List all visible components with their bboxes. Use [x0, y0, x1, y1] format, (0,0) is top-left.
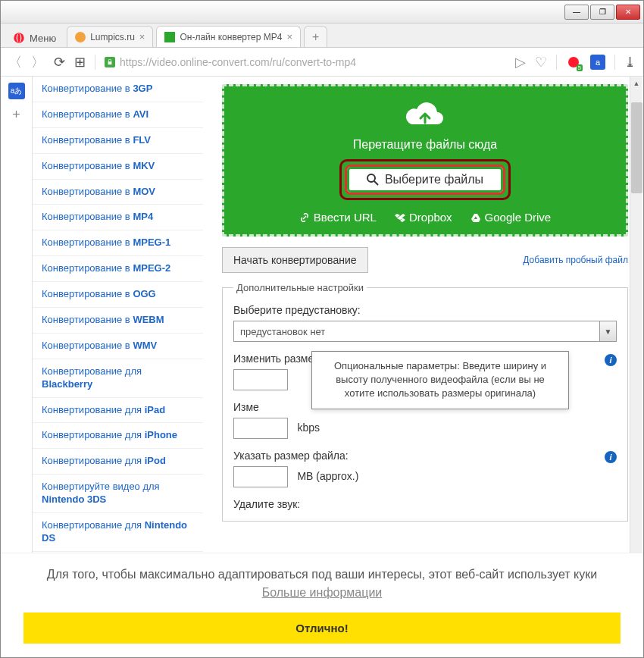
- svg-rect-3: [108, 61, 112, 64]
- filesize-label: Указать размер файла:: [233, 450, 617, 462]
- filesize-unit: MB (approx.): [297, 470, 358, 482]
- close-window-button[interactable]: ✕: [616, 5, 640, 20]
- reload-button[interactable]: ⟳: [54, 54, 65, 70]
- cookie-accept-button[interactable]: Отлично!: [23, 613, 621, 644]
- forward-button: 〉: [31, 53, 45, 71]
- sidebar-item[interactable]: Конвертирование в 3GP: [33, 77, 203, 102]
- sidebar-item[interactable]: Конвертирование для Nintendo DS: [33, 513, 203, 552]
- share-icon[interactable]: ▷: [515, 54, 526, 70]
- select-files-button[interactable]: Выберите файлы: [345, 164, 505, 195]
- speed-dial-button[interactable]: ⊞: [74, 54, 86, 70]
- sidebar-item[interactable]: Конвертируйте видео для Nintendo 3DS: [33, 475, 203, 513]
- sidebar-translate-icon[interactable]: aあ: [8, 83, 25, 99]
- scroll-thumb[interactable]: [631, 102, 642, 193]
- tab-bar: Меню Lumpics.ru × Он-лайн конвертер MP4 …: [1, 24, 643, 48]
- tab-converter[interactable]: Он-лайн конвертер MP4 ×: [156, 26, 301, 47]
- gdrive-link[interactable]: Google Drive: [470, 211, 552, 224]
- enter-url-link[interactable]: Ввести URL: [299, 211, 377, 224]
- sidebar-item[interactable]: Конвертирование в WEBM: [33, 308, 203, 334]
- dropbox-link[interactable]: Dropbox: [395, 211, 452, 224]
- favicon-icon: [75, 32, 86, 42]
- file-dropzone[interactable]: Перетащите файлы сюда Выберите файлы Вве…: [222, 84, 628, 237]
- extension-translate-icon[interactable]: a: [590, 55, 605, 70]
- start-convert-button[interactable]: Начать конвертирование: [222, 247, 368, 273]
- new-tab-button[interactable]: +: [304, 26, 327, 47]
- maximize-button[interactable]: ❐: [590, 5, 614, 20]
- sidebar-item[interactable]: Конвертирование в MKV: [33, 154, 203, 180]
- extension-opera-icon[interactable]: 5: [566, 55, 581, 70]
- audio-label: Удалите звук:: [233, 498, 617, 510]
- sidebar-item[interactable]: Конвертирование в AVI: [33, 102, 203, 128]
- svg-line-6: [374, 181, 378, 185]
- sidebar-item[interactable]: Конвертирование в FLV: [33, 128, 203, 154]
- page-scrollbar[interactable]: ▲: [630, 77, 642, 592]
- trial-file-link[interactable]: Добавить пробный файл: [523, 255, 628, 265]
- cloud-upload-icon: [404, 100, 446, 130]
- dropbox-icon: [395, 212, 405, 223]
- width-input[interactable]: [233, 369, 288, 390]
- favicon-icon: [164, 32, 175, 42]
- select-highlight: Выберите файлы: [339, 159, 511, 200]
- link-icon: [299, 212, 310, 223]
- address-bar: 〈 〉 ⟳ ⊞ https://video.online-convert.com…: [1, 48, 643, 77]
- tab-title: Lumpics.ru: [90, 32, 135, 42]
- window-titlebar: — ❐ ✕: [1, 1, 643, 24]
- sidebar-item[interactable]: Конвертирование в MP4: [33, 205, 203, 230]
- chevron-down-icon[interactable]: ▼: [599, 321, 616, 341]
- heart-icon[interactable]: ♡: [535, 54, 547, 70]
- cookie-text: Для того, чтобы максимально адаптировать…: [23, 566, 621, 602]
- close-tab-icon[interactable]: ×: [139, 31, 145, 42]
- drag-text: Перетащите файлы сюда: [232, 138, 618, 152]
- svg-point-5: [367, 174, 375, 182]
- sidebar-item[interactable]: Конвертирование в MPEG-1: [33, 230, 203, 256]
- gdrive-icon: [470, 212, 481, 223]
- sidebar-add-button[interactable]: +: [12, 107, 20, 123]
- lock-icon: [105, 57, 115, 67]
- action-row: Начать конвертирование Добавить пробный …: [222, 247, 628, 273]
- minimize-button[interactable]: —: [564, 5, 589, 20]
- sidebar-item[interactable]: Конвертирование для iPad: [33, 398, 203, 424]
- filesize-input[interactable]: [233, 466, 288, 487]
- bitrate-unit: kbps: [297, 421, 320, 434]
- scroll-up-icon[interactable]: ▲: [631, 77, 642, 89]
- info-icon[interactable]: i: [605, 451, 617, 463]
- sidebar-item[interactable]: Конвертирование для iPhone: [33, 423, 203, 449]
- settings-legend: Дополнительные настройки: [233, 282, 367, 293]
- opera-menu-button[interactable]: Меню: [5, 29, 64, 47]
- close-tab-icon[interactable]: ×: [286, 31, 292, 42]
- tab-lumpics[interactable]: Lumpics.ru ×: [67, 26, 153, 47]
- cookie-more-link[interactable]: Больше информации: [262, 586, 383, 599]
- back-button[interactable]: 〈: [8, 53, 22, 71]
- sidebar-item[interactable]: Конвертирование в WMV: [33, 334, 203, 359]
- svg-point-2: [17, 33, 20, 42]
- preset-label: Выберите предустановку:: [233, 304, 617, 316]
- browser-window: — ❐ ✕ Меню Lumpics.ru × Он-лайн конверте…: [0, 0, 644, 658]
- tooltip: Опциональные параметры: Введите ширину и…: [311, 351, 569, 409]
- preset-select[interactable]: предустановок нет ▼: [233, 321, 617, 342]
- cookie-banner: Для того, чтобы максимально адаптировать…: [1, 553, 643, 657]
- sidebar-item[interactable]: Конвертирование для iPod: [33, 449, 203, 475]
- tab-title: Он-лайн конвертер MP4: [180, 32, 282, 42]
- info-icon[interactable]: i: [605, 354, 617, 366]
- sidebar-item[interactable]: Конвертирование в OGG: [33, 282, 203, 308]
- bitrate-input[interactable]: [233, 418, 288, 439]
- sidebar-item[interactable]: Конвертирование в MPEG-2: [33, 256, 203, 282]
- url-text: https://video.online-convert.com/ru/conv…: [120, 56, 356, 68]
- url-field[interactable]: https://video.online-convert.com/ru/conv…: [105, 56, 506, 68]
- source-links: Ввести URL Dropbox Google Drive: [232, 211, 618, 224]
- search-icon: [367, 174, 379, 186]
- sidebar-item[interactable]: Конвертирование в MOV: [33, 180, 203, 205]
- download-icon[interactable]: ⤓: [624, 54, 636, 70]
- menu-label: Меню: [30, 33, 56, 44]
- sidebar-item[interactable]: Конвертирование для Blackberry: [33, 359, 203, 398]
